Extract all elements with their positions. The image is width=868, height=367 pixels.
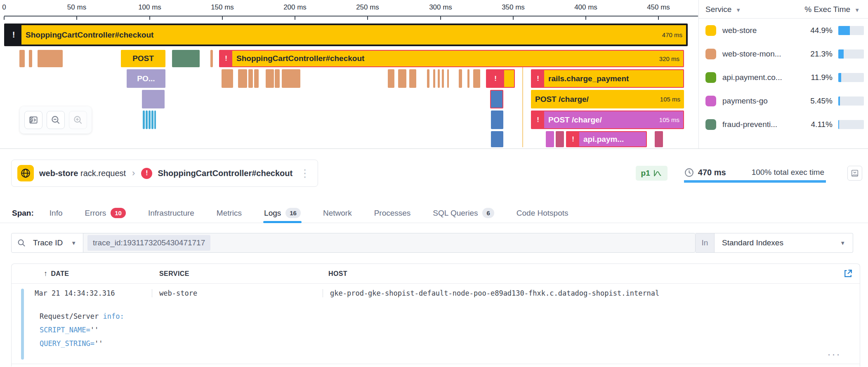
priority-badge[interactable]: p1	[636, 166, 668, 181]
flame-span[interactable]	[490, 90, 503, 108]
flame-span[interactable]	[142, 90, 165, 108]
clock-icon	[684, 167, 694, 178]
span-label: POST	[131, 54, 156, 63]
open-external-icon[interactable]	[843, 268, 853, 279]
log-detail-line: Request/Server info:	[40, 310, 860, 323]
collapse-bottom-button[interactable]	[847, 166, 862, 181]
flame-span-post-charge[interactable]: !POST /charge/105 ms	[531, 111, 684, 129]
zoom-in-button[interactable]	[69, 111, 87, 129]
flame-span[interactable]	[438, 69, 440, 88]
sort-asc-icon: ↑	[44, 269, 47, 278]
flame-span[interactable]	[238, 69, 247, 88]
flame-span[interactable]	[442, 69, 444, 88]
breadcrumb-service[interactable]: web-store rack.request	[39, 169, 126, 178]
tab-infrastructure[interactable]: Infrastructure	[148, 203, 194, 223]
service-row-payments-go[interactable]: payments-go5.45%	[699, 89, 868, 113]
flame-span[interactable]	[149, 111, 151, 129]
flame-span[interactable]	[556, 131, 564, 147]
service-row-web-store[interactable]: web-store44.9%	[699, 19, 868, 42]
search-token-chip[interactable]: trace_id:1931173205430471717	[87, 235, 210, 251]
tab-logs[interactable]: Logs16	[264, 203, 301, 223]
flame-span[interactable]	[282, 69, 300, 88]
service-row-api-payment-co-[interactable]: api.payment.co...11.9%	[699, 66, 868, 89]
flame-span[interactable]	[38, 50, 63, 67]
flame-span[interactable]	[473, 69, 480, 88]
log-search-input[interactable]: Trace ID ▼ trace_id:1931173205430471717	[11, 233, 696, 253]
flame-span[interactable]	[222, 69, 233, 88]
flame-span[interactable]	[398, 69, 406, 88]
time-tick-label: 100 ms	[138, 3, 161, 12]
tab-metrics[interactable]: Metrics	[217, 203, 242, 223]
globe-icon	[20, 168, 31, 179]
flame-span[interactable]	[210, 50, 213, 67]
flame-span[interactable]	[409, 69, 416, 88]
span-label: POST /charge/	[531, 95, 593, 104]
time-tick	[295, 16, 295, 20]
tab-code-hotspots[interactable]: Code Hotspots	[517, 203, 568, 223]
flame-span[interactable]	[433, 69, 435, 88]
search-filter-select[interactable]: Trace ID ▼	[31, 238, 83, 247]
log-actions-ellipsis[interactable]: ...	[827, 350, 841, 357]
flame-span[interactable]	[29, 50, 32, 67]
collapse-panel-icon	[28, 115, 39, 125]
flame-span-rails-charge-payment[interactable]: !rails.charge_payment	[531, 69, 684, 88]
span-label: POST /charge/	[544, 115, 606, 125]
flame-span[interactable]	[491, 111, 503, 129]
kebab-menu[interactable]: ⋮	[298, 169, 312, 177]
flame-span[interactable]	[459, 69, 462, 88]
flame-span[interactable]	[146, 111, 148, 129]
tab-processes[interactable]: Processes	[374, 203, 411, 223]
index-select[interactable]: Standard Indexes ▼	[715, 233, 853, 253]
logs-table: ↑ DATE SERVICE HOST Mar 21 14:34:32.316 …	[11, 263, 860, 367]
flame-span-shoppingcartcontroller-checkout[interactable]: !ShoppingCartController#checkout320 ms	[219, 50, 684, 67]
flame-span[interactable]	[388, 69, 394, 88]
flame-span-po[interactable]: PO...	[127, 69, 165, 88]
log-date: Mar 21 14:34:32.316	[35, 289, 152, 297]
flame-span[interactable]: !	[486, 69, 515, 88]
flame-span[interactable]	[491, 131, 503, 147]
flame-span[interactable]	[546, 131, 554, 147]
zoom-out-button[interactable]	[47, 111, 65, 129]
exec-time-value: 5.45%	[800, 96, 833, 106]
tab-label: Network	[323, 209, 352, 218]
flame-span[interactable]	[248, 69, 253, 88]
service-row-web-store-mon-[interactable]: web-store-mon...21.3%	[699, 42, 868, 66]
service-column-header[interactable]: Service▼	[705, 5, 741, 14]
tab-info[interactable]: Info	[50, 203, 63, 223]
flame-span[interactable]	[154, 111, 156, 129]
service-row-fraud-preventi-[interactable]: fraud-preventi...4.11%	[699, 113, 868, 136]
flame-span[interactable]	[467, 69, 469, 88]
flame-span-api-paym[interactable]: !api.paym...	[566, 131, 647, 147]
log-severity-stripe	[21, 289, 24, 360]
flame-span[interactable]	[447, 69, 449, 88]
tab-errors[interactable]: Errors10	[85, 203, 125, 223]
tab-network[interactable]: Network	[323, 203, 352, 223]
log-row[interactable]: Mar 21 14:34:32.316 web-store gke-prod-g…	[12, 284, 860, 364]
exec-time-column-header[interactable]: % Exec Time▼	[804, 5, 860, 14]
exec-time-minibar	[838, 73, 864, 82]
flame-span[interactable]	[254, 69, 259, 88]
error-badge: !	[532, 70, 544, 87]
flame-span-post-charge[interactable]: POST /charge/105 ms	[531, 90, 684, 108]
flame-span[interactable]	[143, 111, 145, 129]
column-host[interactable]: HOST	[328, 270, 860, 278]
flame-span[interactable]	[19, 50, 25, 67]
service-color-swatch	[705, 119, 716, 130]
flame-span[interactable]	[266, 69, 274, 88]
flame-span[interactable]	[275, 69, 280, 88]
error-badge: !	[567, 132, 579, 146]
flame-span[interactable]	[427, 69, 429, 88]
collapse-panel-button[interactable]	[24, 111, 42, 129]
time-tick	[367, 16, 368, 20]
flame-span-shoppingcartcontroller-checkout[interactable]: !ShoppingCartController#checkout470 ms	[4, 24, 688, 46]
column-service[interactable]: SERVICE	[159, 270, 328, 278]
flame-span[interactable]	[655, 131, 663, 147]
flame-span-post[interactable]: POST	[121, 50, 165, 67]
flame-span[interactable]	[172, 50, 200, 67]
exec-time-value: 21.3%	[800, 49, 833, 59]
column-date[interactable]: ↑ DATE	[12, 269, 159, 278]
breadcrumb-resource[interactable]: ShoppingCartController#checkout	[158, 169, 292, 178]
flame-span[interactable]	[151, 111, 153, 129]
tab-sql-queries[interactable]: SQL Queries6	[433, 203, 494, 223]
span-label: PO...	[135, 74, 156, 83]
